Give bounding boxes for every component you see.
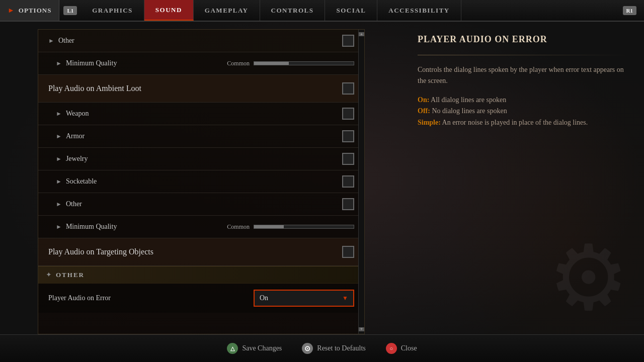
jewelry-label: Jewelry xyxy=(66,155,342,163)
tab-accessibility[interactable]: ACCESSIBILITY xyxy=(377,0,461,21)
options-label: OPTIONS xyxy=(19,7,52,15)
off-text: No dialog lines are spoken xyxy=(430,107,507,115)
targeting-header: Play Audio on Targeting Objects xyxy=(38,238,364,266)
ambient-loot-header: Play Audio on Ambient Loot xyxy=(38,75,364,103)
player-audio-row: Player Audio on Error On ▼ xyxy=(38,284,364,313)
info-options: On: All dialog lines are spoken Off: No … xyxy=(418,95,629,128)
ambient-loot-checkbox[interactable] xyxy=(342,82,354,95)
targeting-label: Play Audio on Targeting Objects xyxy=(48,247,342,256)
other-label: Other xyxy=(58,37,342,45)
min-quality-label-1: Minimum Quality xyxy=(66,59,210,67)
reset-button[interactable]: ⊙ Reset to Defaults xyxy=(302,343,365,354)
min-quality-label-2: Minimum Quality xyxy=(66,223,210,231)
socketable-item: ► Socketable xyxy=(38,170,364,193)
player-audio-label: Player Audio on Error xyxy=(48,294,254,302)
simple-label: Simple: xyxy=(418,119,441,126)
socketable-checkbox[interactable] xyxy=(342,175,354,188)
min-quality-item-1: ► Minimum Quality Common xyxy=(38,52,364,75)
settings-scroll[interactable]: ► Other ► Minimum Quality Common xyxy=(38,30,364,334)
socketable-label: Socketable xyxy=(66,177,342,186)
weapon-label: Weapon xyxy=(66,110,342,118)
player-audio-dropdown[interactable]: On ▼ xyxy=(254,290,354,307)
save-label: Save Changes xyxy=(242,344,282,352)
nav-tabs: GRAPHICS SOUND GAMEPLAY CONTROLS SOCIAL … xyxy=(81,0,615,21)
chevron-icon: ► xyxy=(56,201,62,208)
ambient-other-checkbox[interactable] xyxy=(342,198,354,210)
r1-button[interactable]: R1 xyxy=(623,6,636,15)
chevron-icon: ► xyxy=(56,110,62,118)
info-title: PLAYER AUDIO ON ERROR xyxy=(418,34,629,45)
other-section-title: OTHER xyxy=(56,271,85,279)
quality-value-1: Common xyxy=(227,60,250,67)
dropdown-arrow-icon: ▼ xyxy=(342,295,348,302)
quality-control-1: Common xyxy=(210,60,354,67)
main-content: ► Other ► Minimum Quality Common xyxy=(0,22,644,334)
ambient-loot-label: Play Audio on Ambient Loot xyxy=(48,84,342,93)
chevron-icon: ► xyxy=(56,60,62,67)
chevron-icon: ► xyxy=(56,133,62,140)
bottom-bar: △ Save Changes ⊙ Reset to Defaults ○ Clo… xyxy=(0,334,644,362)
scrollbar[interactable]: ▲ ▼ xyxy=(358,30,364,334)
quality-slider-1[interactable] xyxy=(254,61,354,65)
on-label: On: xyxy=(418,96,429,104)
other-section-item: ► Other xyxy=(38,30,364,52)
armor-item: ► Armor xyxy=(38,125,364,148)
arrow-icon: ► xyxy=(8,7,15,15)
info-description: Controls the dialog lines spoken by the … xyxy=(418,64,629,87)
simple-text: An error noise is played in place of the… xyxy=(441,119,588,126)
save-button[interactable]: △ Save Changes xyxy=(227,343,282,354)
chevron-icon: ► xyxy=(56,223,62,231)
close-icon: ○ xyxy=(386,343,397,354)
left-panel: ► Other ► Minimum Quality Common xyxy=(0,22,403,334)
tab-social[interactable]: SOCIAL xyxy=(325,0,377,21)
save-icon: △ xyxy=(227,343,238,354)
tab-controls[interactable]: CONTROLS xyxy=(260,0,326,21)
other-section-header: ✦ OTHER xyxy=(38,266,364,284)
weapon-item: ► Weapon xyxy=(38,103,364,125)
l1-button[interactable]: L1 xyxy=(63,6,77,15)
off-label: Off: xyxy=(418,107,430,115)
armor-label: Armor xyxy=(66,132,342,140)
close-button[interactable]: ○ Close xyxy=(386,343,417,354)
reset-icon: ⊙ xyxy=(302,343,313,354)
info-divider xyxy=(418,55,629,55)
chevron-icon: ► xyxy=(48,37,54,45)
ambient-other-label: Other xyxy=(66,200,342,208)
armor-checkbox[interactable] xyxy=(342,130,354,142)
tab-graphics[interactable]: GRAPHICS xyxy=(81,0,144,21)
options-section: ► OPTIONS xyxy=(0,0,59,21)
right-panel: PLAYER AUDIO ON ERROR Controls the dialo… xyxy=(403,22,644,334)
jewelry-item: ► Jewelry xyxy=(38,148,364,170)
quality-control-2: Common xyxy=(210,223,354,231)
chevron-icon: ► xyxy=(56,178,62,186)
player-audio-value: On xyxy=(260,294,268,302)
close-label: Close xyxy=(401,344,417,352)
other-checkbox[interactable] xyxy=(342,35,354,47)
settings-container: ► Other ► Minimum Quality Common xyxy=(38,29,365,334)
jewelry-checkbox[interactable] xyxy=(342,153,354,165)
quality-value-2: Common xyxy=(227,223,250,231)
min-quality-item-2: ► Minimum Quality Common xyxy=(38,216,364,238)
chevron-icon: ► xyxy=(56,155,62,163)
quality-slider-2[interactable] xyxy=(254,225,354,229)
on-text: All dialog lines are spoken xyxy=(429,96,506,104)
top-navigation: ► OPTIONS L1 GRAPHICS SOUND GAMEPLAY CON… xyxy=(0,0,644,22)
reset-label: Reset to Defaults xyxy=(317,344,365,352)
section-icon: ✦ xyxy=(46,270,52,279)
targeting-checkbox[interactable] xyxy=(342,246,354,258)
watermark: ⚙ xyxy=(548,234,629,324)
ambient-other-item: ► Other xyxy=(38,193,364,216)
weapon-checkbox[interactable] xyxy=(342,108,354,120)
tab-sound[interactable]: SOUND xyxy=(144,0,194,21)
tab-gameplay[interactable]: GAMEPLAY xyxy=(194,0,260,21)
